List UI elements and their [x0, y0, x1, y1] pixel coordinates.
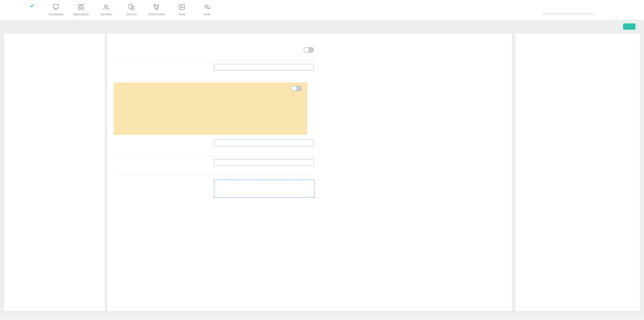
- monitor-icon: [43, 2, 69, 12]
- nav-item-audit[interactable]: Audit: [194, 2, 220, 16]
- settings-sidebar: [4, 33, 105, 311]
- magic-wand-icon: [597, 3, 616, 12]
- top-navigation: DashboardApplicationsIdentitiesDevicesOr…: [43, 2, 220, 16]
- user-menu[interactable]: [620, 2, 642, 13]
- nav-label: Applications: [69, 13, 94, 16]
- devices-lg-icon: [119, 2, 144, 12]
- custom-logout-url-row: [115, 159, 314, 172]
- nav-item-tools[interactable]: Tools: [169, 2, 194, 16]
- nav-label: Audit: [194, 13, 220, 16]
- global-search: [542, 5, 595, 14]
- fido-origin-row: [115, 140, 314, 153]
- brand-check-icon: [30, 2, 35, 9]
- nav-item-applications[interactable]: Applications: [69, 2, 94, 16]
- pulse-box-icon: [169, 2, 194, 12]
- delegate-fido-toggle[interactable]: [291, 86, 302, 91]
- footer-strip: [0, 311, 644, 320]
- audit-icon: [194, 2, 220, 12]
- quick-actions-button[interactable]: [597, 3, 616, 13]
- general-tab-form: [115, 46, 314, 206]
- nav-item-dashboard[interactable]: Dashboard: [43, 2, 69, 16]
- websec-url-row: [115, 64, 314, 77]
- ssp-service-panel: [107, 33, 512, 311]
- nav-item-identities[interactable]: Identities: [94, 2, 119, 16]
- is-idp-configured-toggle[interactable]: [303, 47, 314, 53]
- top-bar: DashboardApplicationsIdentitiesDevicesOr…: [0, 0, 644, 20]
- nav-label: Devices: [119, 13, 144, 16]
- toggle-knob: [304, 48, 309, 53]
- divider: [115, 156, 314, 156]
- divider: [115, 176, 314, 176]
- nav-label: Tools: [169, 13, 194, 16]
- nav-item-orchestrator[interactable]: Orchestrator: [144, 2, 169, 16]
- websec-url-input[interactable]: [214, 64, 314, 70]
- nav-label: Identities: [94, 13, 119, 16]
- people-icon: [94, 2, 119, 12]
- divider: [115, 61, 314, 61]
- apps-icon: [69, 2, 94, 12]
- logo-file-dropzone[interactable]: [214, 180, 315, 198]
- delegate-fido-enrollment-section: [114, 83, 307, 135]
- keystore-actions-panel: [515, 33, 640, 311]
- logo-file-row: [115, 180, 314, 206]
- flow-icon: [144, 2, 169, 12]
- nav-label: Dashboard: [43, 13, 69, 16]
- search-input[interactable]: [546, 7, 586, 12]
- fido-origin-input[interactable]: [214, 140, 314, 146]
- nav-label: Orchestrator: [144, 13, 169, 16]
- nav-item-devices[interactable]: Devices: [119, 2, 144, 16]
- is-idp-configured-row: [115, 46, 314, 57]
- toggle-knob: [292, 86, 297, 91]
- user-icon: [620, 2, 642, 12]
- custom-logout-url-input[interactable]: [214, 159, 314, 166]
- save-button[interactable]: [623, 23, 635, 30]
